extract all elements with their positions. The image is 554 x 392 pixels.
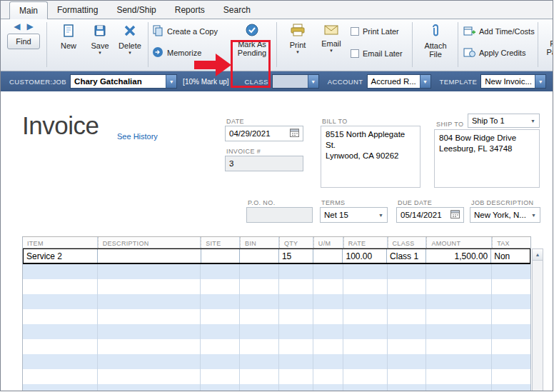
empty-cell[interactable] [279,339,313,354]
empty-cell[interactable] [23,294,98,309]
apply-credits-button[interactable]: Apply Credits [463,46,535,59]
empty-cell[interactable] [98,264,201,279]
empty-cell[interactable] [343,264,388,279]
chevron-down-icon[interactable]: ▼ [296,50,300,54]
tab-reports[interactable]: Reports [166,1,214,19]
empty-cell[interactable] [240,309,279,324]
empty-cell[interactable] [240,384,279,391]
amount-cell[interactable]: 1,500.00 [426,249,491,263]
empty-cell[interactable] [279,324,313,339]
rate-cell[interactable]: 100.00 [343,249,387,263]
empty-cell[interactable] [201,354,240,369]
empty-cell[interactable] [343,324,388,339]
item-cell[interactable]: Service 2 [24,249,98,263]
empty-cell[interactable] [23,384,98,391]
empty-cell[interactable] [426,324,492,339]
empty-cell[interactable] [98,294,201,309]
empty-cell[interactable] [313,279,343,294]
empty-cell[interactable] [388,369,427,384]
empty-cell[interactable] [98,309,201,324]
empty-cell[interactable] [279,369,313,384]
find-button[interactable]: Find [7,34,40,49]
empty-cell[interactable] [23,339,98,354]
terms-dropdown[interactable]: Net 15 ▼ [320,207,388,223]
table-row[interactable] [23,294,530,309]
empty-cell[interactable] [98,339,201,354]
empty-cell[interactable] [240,264,279,279]
empty-cell[interactable] [279,309,313,324]
empty-cell[interactable] [98,279,201,294]
back-arrow-icon[interactable]: ◀ [14,21,20,31]
calendar-icon[interactable] [290,129,299,139]
empty-cell[interactable] [98,384,201,391]
empty-cell[interactable] [388,264,427,279]
chevron-down-icon[interactable]: ▼ [166,75,176,88]
empty-cell[interactable] [343,279,388,294]
job-description-dropdown[interactable]: New York, N... ▼ [470,207,540,223]
empty-cell[interactable] [492,264,530,279]
invoice-number-field[interactable]: 3 [225,156,303,171]
empty-cell[interactable] [388,339,427,354]
add-time-costs-button[interactable]: Add Time/Costs [463,25,535,38]
empty-cell[interactable] [98,369,201,384]
empty-cell[interactable] [426,354,492,369]
empty-cell[interactable] [23,264,98,279]
chevron-down-icon[interactable]: ▼ [329,49,333,53]
print-later-checkbox[interactable] [351,27,359,36]
po-number-field[interactable] [246,207,313,223]
empty-cell[interactable] [279,354,313,369]
chevron-down-icon[interactable]: ▼ [535,75,545,88]
empty-cell[interactable] [279,384,313,391]
ship-to-dropdown[interactable]: Ship To 1 ▼ [468,114,540,128]
empty-cell[interactable] [201,369,240,384]
tab-search[interactable]: Search [214,1,260,19]
empty-cell[interactable] [313,264,343,279]
empty-cell[interactable] [343,369,388,384]
empty-cell[interactable] [201,339,240,354]
empty-cell[interactable] [343,294,388,309]
empty-cell[interactable] [279,294,313,309]
table-row[interactable] [23,354,530,369]
see-history-link[interactable]: See History [117,132,158,141]
chevron-down-icon[interactable]: ▼ [308,75,318,88]
empty-cell[interactable] [388,324,427,339]
chevron-down-icon[interactable]: ▼ [98,51,102,55]
create-copy-button[interactable]: Create a Copy [152,25,218,38]
site-cell[interactable] [201,249,241,263]
date-field[interactable]: 04/29/2021 [225,126,303,141]
empty-cell[interactable] [426,339,492,354]
bill-to-box[interactable]: 8515 North Applegate St. Lynwood, CA 902… [321,126,420,188]
mark-as-pending-button[interactable]: Mark As Pending [234,24,270,58]
empty-cell[interactable] [201,294,240,309]
receive-payments-button[interactable]: Receive Payments [542,24,553,57]
empty-cell[interactable] [492,324,530,339]
new-button[interactable]: New [55,24,82,50]
save-button[interactable]: Save ▼ [86,24,114,55]
table-row[interactable] [23,279,530,294]
chevron-down-icon[interactable]: ▼ [530,119,535,124]
empty-cell[interactable] [426,384,492,391]
class-dropdown[interactable]: ▼ [272,74,319,89]
table-scrollbar[interactable]: ▲ [532,248,543,391]
delete-button[interactable]: Delete ▼ [115,24,145,55]
empty-cell[interactable] [279,279,313,294]
chevron-down-icon[interactable]: ▼ [128,51,132,55]
empty-cell[interactable] [240,324,279,339]
empty-cell[interactable] [343,384,388,391]
scrollbar-up-icon[interactable]: ▲ [533,249,543,261]
empty-cell[interactable] [279,264,313,279]
chevron-down-icon[interactable]: ▼ [531,213,536,218]
empty-cell[interactable] [426,369,492,384]
empty-cell[interactable] [23,369,98,384]
empty-cell[interactable] [388,309,427,324]
empty-cell[interactable] [23,354,98,369]
empty-cell[interactable] [492,339,530,354]
empty-cell[interactable] [201,279,240,294]
account-dropdown[interactable]: Accrued R... ▼ [367,74,431,89]
tax-cell[interactable]: Non [491,249,530,263]
chevron-down-icon[interactable]: ▼ [378,213,383,218]
empty-cell[interactable] [492,369,530,384]
empty-cell[interactable] [23,279,98,294]
memorize-button[interactable]: Memorize [152,46,218,59]
empty-cell[interactable] [492,384,530,391]
